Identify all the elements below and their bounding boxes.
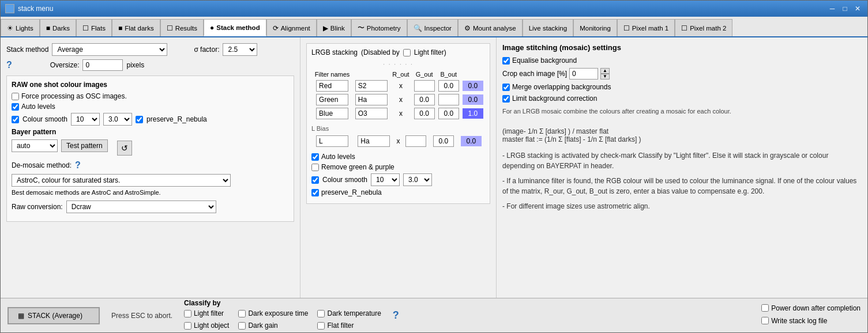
lbias-row: x (311, 134, 485, 148)
filter-b-green[interactable] (463, 94, 483, 105)
demosaic-select[interactable]: AstroC, colour for saturated stars. Astr… (12, 174, 231, 187)
bayer-title: Bayer pattern (12, 128, 108, 136)
limit-bg-row: Limit background correction (502, 94, 862, 103)
crop-row: Crop each image [%] ▲ ▼ (502, 68, 862, 80)
filter-name-red[interactable] (316, 80, 348, 92)
filter-g-green[interactable] (438, 94, 459, 105)
merge-bg-checkbox[interactable] (502, 84, 510, 91)
left-panel: Stack method Average Median Kappa-Sigma … (1, 37, 300, 298)
lrgb-colour-smooth-label: Colour smooth (322, 176, 367, 184)
flat-darks-icon: ■ (118, 24, 122, 32)
light-filter-disable-checkbox[interactable] (403, 49, 411, 56)
photometry-icon: 〜 (358, 23, 365, 33)
help-button[interactable]: ? (6, 60, 12, 70)
tab-results[interactable]: ☐ Results (160, 19, 204, 36)
power-down-checkbox[interactable] (761, 304, 769, 312)
preserve-nebula-checkbox[interactable] (136, 116, 143, 123)
classify-dark-gain-checkbox[interactable] (238, 322, 246, 330)
filter-channel-green[interactable] (355, 94, 388, 105)
filter-g-blue[interactable] (438, 108, 459, 119)
auto-levels-label: Auto levels (21, 103, 55, 111)
tab-flats[interactable]: ☐ Flats (76, 19, 112, 36)
tab-darks[interactable]: ■ Darks (40, 19, 76, 36)
lrgb-title: LRGB stacking (Disabled by Light filter) (311, 48, 485, 56)
close-button[interactable]: ✕ (852, 3, 863, 14)
tab-photometry[interactable]: 〜 Photometry (351, 19, 407, 36)
tab-pixel-math-1[interactable]: ☐ Pixel math 1 (617, 19, 675, 36)
classify-light-object-checkbox[interactable] (184, 322, 191, 330)
filter-name-blue[interactable] (316, 108, 348, 119)
classify-dark-temp-checkbox[interactable] (317, 310, 325, 317)
results-icon: ☐ (167, 24, 173, 32)
filter-r-blue[interactable] (414, 108, 435, 119)
remove-green-checkbox[interactable] (311, 164, 319, 171)
crop-input[interactable] (569, 68, 598, 80)
write-log-checkbox[interactable] (761, 317, 769, 324)
crop-spin-up[interactable]: ▲ (600, 68, 610, 74)
stack-button[interactable]: ▦ STACK (Average) (7, 307, 100, 324)
tab-flat-darks[interactable]: ■ Flat darks (112, 19, 160, 36)
classify-col-3: Dark temperature Flat filter (317, 309, 381, 332)
lbias-g[interactable] (433, 135, 454, 147)
filter-r-green[interactable] (414, 94, 435, 105)
test-pattern-button[interactable]: Test pattern (61, 139, 108, 152)
note3: - For different image sizes use astromet… (502, 201, 862, 211)
tab-blink[interactable]: ▶ Blink (317, 19, 351, 36)
classify-light-filter-checkbox[interactable] (184, 310, 191, 317)
raw-conversion-select[interactable]: Dcraw LibRaw (66, 200, 216, 213)
tab-inspector[interactable]: 🔍 Inspector (407, 19, 458, 36)
maximize-button[interactable]: □ (840, 3, 850, 14)
lbias-name[interactable] (316, 135, 348, 147)
sigma-select[interactable]: 2.5 2.0 3.0 (223, 43, 257, 56)
classify-col-1: Light filter Light object (184, 309, 229, 332)
colour-smooth-checkbox[interactable] (12, 116, 19, 123)
classify-flat-filter-checkbox[interactable] (317, 322, 325, 330)
tab-stack-method[interactable]: ● Stack method (204, 19, 266, 36)
lrgb-colour-smooth-select2[interactable]: 3.0 (403, 173, 432, 186)
filter-channel-red[interactable] (355, 80, 388, 92)
title-bar: stack menu ─ □ ✕ (1, 1, 867, 17)
classify-light-object-label: Light object (194, 321, 229, 330)
classify-help-button[interactable]: ? (393, 309, 399, 321)
filter-b-red[interactable] (463, 81, 483, 91)
classify-dark-exposure-checkbox[interactable] (238, 310, 246, 317)
auto-levels-checkbox[interactable] (12, 103, 19, 111)
filter-channel-blue[interactable] (355, 108, 388, 119)
pixel-math1-icon: ☐ (623, 24, 630, 32)
limit-bg-checkbox[interactable] (502, 95, 510, 103)
window-controls: ─ □ ✕ (827, 3, 863, 14)
lrgb-auto-levels-checkbox[interactable] (311, 153, 319, 161)
classify-light-filter-label: Light filter (194, 309, 224, 317)
filter-b-blue[interactable] (463, 108, 483, 119)
colour-smooth-select2[interactable]: 3.0 (103, 113, 132, 126)
tab-mount-analyse[interactable]: ⚙ Mount analyse (458, 19, 523, 36)
tab-pixel-math-2[interactable]: ☐ Pixel math 2 (675, 19, 732, 36)
filter-g-red[interactable] (438, 80, 459, 92)
tab-alignment[interactable]: ⟳ Alignment (266, 19, 317, 36)
lbias-channel[interactable] (358, 135, 390, 147)
filter-r-red[interactable] (414, 80, 435, 92)
lrgb-colour-smooth-checkbox[interactable] (311, 176, 319, 184)
equalise-bg-checkbox[interactable] (502, 57, 510, 65)
tab-live-stacking[interactable]: Live stacking (523, 19, 573, 36)
lrgb-section: LRGB stacking (Disabled by Light filter)… (306, 43, 490, 204)
raw-conversion-section: Raw conversion: Dcraw LibRaw (12, 200, 289, 213)
tab-monitoring[interactable]: Monitoring (573, 19, 617, 36)
demosaic-help-button[interactable]: ? (75, 160, 81, 171)
lrgb-preserve-nebula-checkbox[interactable] (311, 189, 319, 196)
filter-name-green[interactable] (316, 94, 348, 105)
oversize-input[interactable] (82, 59, 123, 71)
lrgb-colour-smooth-select1[interactable]: 10 (371, 173, 400, 186)
lbias-b[interactable] (461, 136, 482, 146)
lbias-r[interactable] (405, 135, 426, 147)
raw-section-title: RAW one shot colour images (12, 81, 289, 89)
undo-button[interactable]: ↺ (117, 141, 132, 156)
minimize-button[interactable]: ─ (827, 3, 837, 14)
force-processing-checkbox[interactable] (12, 93, 19, 100)
bayer-select[interactable]: auto RGGB BGGR GRBG GBRG (12, 139, 58, 152)
stack-method-select[interactable]: Average Median Kappa-Sigma clipping Wins… (52, 43, 167, 56)
tab-lights[interactable]: ☀ Lights (1, 19, 40, 36)
colour-smooth-select1[interactable]: 10 (71, 113, 100, 126)
auto-levels-row-center: Auto levels (311, 153, 485, 161)
crop-spin-down[interactable]: ▼ (600, 74, 610, 80)
